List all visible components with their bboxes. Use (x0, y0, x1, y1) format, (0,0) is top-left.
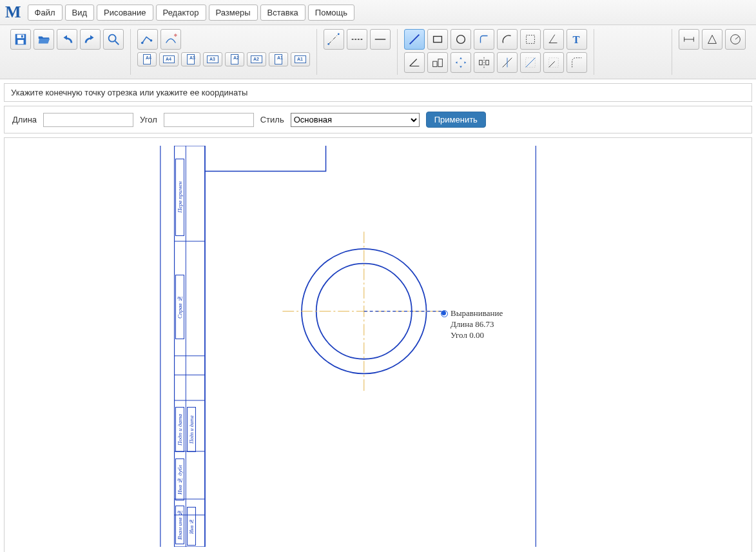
menu-editor[interactable]: Редактор (156, 5, 206, 21)
svg-rect-17 (527, 35, 535, 44)
tool-line-button[interactable] (404, 29, 425, 50)
tool-arc-button[interactable] (497, 29, 518, 50)
paper-a3-landscape-button[interactable]: A3 (203, 52, 222, 66)
open-button[interactable] (34, 29, 54, 50)
menu-drawing[interactable]: Рисование (97, 5, 153, 21)
tool-move-button[interactable] (451, 52, 471, 73)
tool-angle-button[interactable] (404, 52, 425, 73)
paper-a1-portrait-button[interactable]: A1 (269, 52, 288, 66)
toolbar-group-dimension (672, 29, 752, 75)
menu-file[interactable]: Файл (28, 5, 63, 21)
trim-icon (500, 55, 514, 70)
tool-extend-button[interactable] (543, 52, 564, 73)
paper-icon: A3 (187, 54, 195, 64)
dim-angular-icon (705, 32, 719, 46)
menu-insert[interactable]: Вставка (260, 5, 305, 21)
paper-a4-landscape-button[interactable]: A4 (159, 52, 179, 66)
status-bar: Укажите конечную точку отрезка или укажи… (4, 83, 752, 102)
paper-a2-landscape-button[interactable]: A2 (247, 52, 266, 66)
menu-help[interactable]: Помощь (308, 5, 354, 21)
tool-offset-button[interactable] (520, 52, 541, 73)
svg-rect-3 (21, 35, 23, 38)
paper-icon: A3 (207, 55, 218, 63)
folder-open-icon (37, 32, 51, 46)
tool-circle-button[interactable] (451, 29, 471, 50)
paper-a1-landscape-button[interactable]: A1 (291, 52, 310, 66)
align-icon (431, 55, 445, 70)
undo-button[interactable] (57, 29, 77, 50)
svg-point-16 (457, 35, 465, 44)
app-logo: M (5, 3, 21, 22)
annotation-tooltip: Выравнивание Длина 86.73 Угол 0.00 (451, 308, 503, 341)
tool-rectangle-button[interactable] (427, 29, 448, 50)
annotation-snap: Выравнивание (451, 308, 503, 319)
linestyle-axis-button[interactable] (324, 29, 344, 50)
svg-rect-2 (17, 40, 23, 44)
angle-label: Угол (140, 115, 157, 124)
titleblock-cell: Перв примен (175, 159, 184, 236)
undo-icon (60, 32, 74, 46)
canvas-area: Перв примен Справ № Подп и дата Инв № ду… (4, 137, 752, 552)
dim-radius-icon (728, 32, 742, 46)
rectangle-icon (431, 32, 445, 46)
style-select[interactable]: Основная (291, 113, 420, 127)
polyline-icon (141, 32, 155, 46)
paper-a3-portrait-button[interactable]: A3 (181, 52, 200, 66)
svg-rect-21 (433, 61, 437, 66)
drawing-svg (12, 146, 744, 547)
hatch-icon (547, 32, 561, 46)
snap-marker (441, 311, 446, 315)
apply-button[interactable]: Применить (426, 112, 486, 128)
tool-hatch-button[interactable] (543, 29, 564, 50)
angle-input[interactable] (164, 113, 254, 127)
dim-linear-button[interactable] (679, 29, 699, 50)
titleblock-cell: Взам инв № (175, 506, 184, 544)
toolbars: A4 A4 A3 A3 A2 A2 A1 A1 (0, 25, 756, 79)
svg-rect-22 (438, 59, 442, 67)
tool-fillet-button[interactable] (567, 52, 587, 73)
svg-line-9 (329, 34, 339, 44)
tool-align-button[interactable] (427, 52, 448, 73)
dim-angular-button[interactable] (702, 29, 722, 50)
paper-icon: A4 (143, 54, 151, 64)
style-label: Стиль (260, 115, 284, 124)
paper-a4-portrait-button[interactable]: A4 (137, 52, 157, 66)
redo-icon (83, 32, 97, 46)
toolbar-group-primitives: T (398, 29, 594, 75)
paper-a2-portrait-button[interactable]: A2 (225, 52, 244, 66)
toolbar-spacer (594, 29, 672, 75)
tool-mirror-button[interactable] (474, 52, 494, 73)
dim-linear-icon (682, 32, 696, 46)
svg-point-7 (150, 39, 153, 42)
circle-icon (454, 32, 468, 46)
svg-rect-25 (486, 60, 489, 64)
redo-button[interactable] (80, 29, 101, 50)
extend-icon (547, 55, 561, 70)
titleblock-cell: Подп и дата (175, 407, 184, 452)
tool-roundrect-button[interactable] (474, 29, 494, 50)
paper-icon: A1 (295, 55, 306, 63)
linestyle-solid-button[interactable] (370, 29, 391, 50)
save-button[interactable] (10, 29, 31, 50)
roundrect-icon (477, 32, 491, 46)
tool-trim-button[interactable] (497, 52, 518, 73)
dim-radius-button[interactable] (725, 29, 746, 50)
svg-line-14 (410, 35, 420, 44)
tool-text-button[interactable]: T (567, 29, 587, 50)
titleblock-cell: Инв № (187, 507, 196, 546)
drawing-canvas[interactable]: Перв примен Справ № Подп и дата Инв № ду… (12, 146, 744, 547)
zoom-button[interactable] (103, 29, 124, 50)
tool-polyline-button[interactable] (137, 29, 158, 50)
length-input[interactable] (43, 113, 133, 127)
tool-frame-button[interactable] (520, 29, 541, 50)
svg-point-6 (141, 42, 144, 44)
menu-view[interactable]: Вид (65, 5, 95, 21)
linestyle-dashed-button[interactable] (347, 29, 367, 50)
svg-point-10 (327, 43, 329, 45)
svg-line-29 (526, 58, 536, 68)
fillet-icon (570, 55, 584, 70)
svg-line-18 (550, 35, 555, 43)
magnifier-icon (106, 32, 121, 46)
tool-curve-edit-button[interactable] (160, 29, 181, 50)
menu-dimensions[interactable]: Размеры (209, 5, 258, 21)
